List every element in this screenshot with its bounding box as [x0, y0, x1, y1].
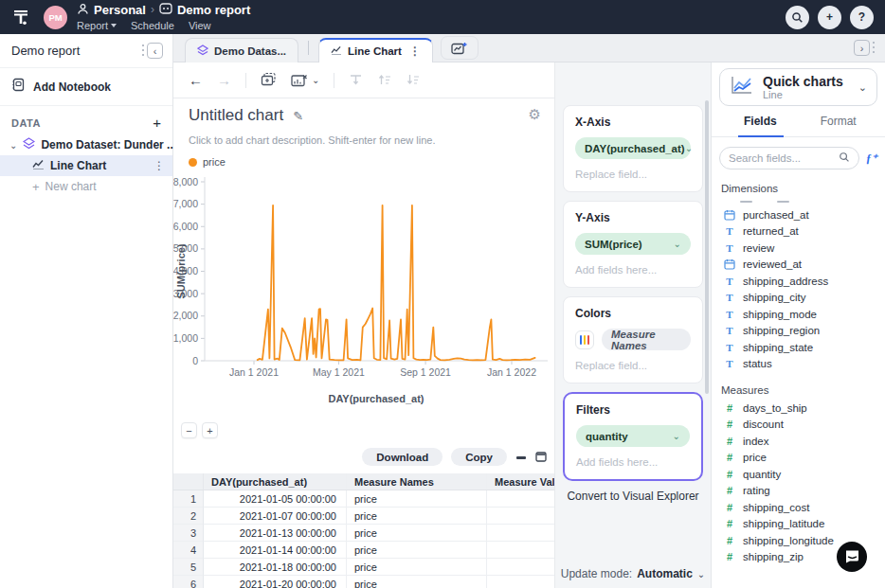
colors-replace-field[interactable]: Replace field...: [575, 360, 691, 371]
zoom-out-button[interactable]: −: [181, 422, 197, 438]
x-axis-replace-field[interactable]: Replace field...: [575, 169, 691, 180]
results-table[interactable]: DAY(purchased_at) Measure Names Measure …: [173, 473, 554, 588]
field-item-quantity[interactable]: #quantity: [712, 466, 885, 483]
new-chart-button[interactable]: + New chart: [0, 176, 172, 197]
remove-chart-button[interactable]: ⌄: [291, 74, 319, 87]
undo-button[interactable]: ←: [189, 73, 203, 87]
search-fields-input[interactable]: Search fields...: [719, 147, 859, 169]
field-item-shipping_cost[interactable]: #shipping_cost: [712, 499, 885, 516]
kebab-icon[interactable]: ⋮: [409, 45, 421, 58]
topbar-actions: + ?: [786, 6, 874, 29]
column-header-measure-value[interactable]: Measure Value: [486, 473, 554, 490]
breadcrumb: Personal › Demo report Report Schedule V…: [77, 3, 250, 31]
field-item-shipping_city[interactable]: Tshipping_city: [712, 290, 885, 307]
collapse-sidebar-button[interactable]: ‹: [147, 43, 163, 59]
field-item-shipping_state[interactable]: Tshipping_state: [712, 339, 885, 356]
sort-ascending-button[interactable]: [377, 73, 391, 88]
table-row[interactable]: 62021-01-20 00:00:00price: [173, 576, 554, 588]
field-item-price[interactable]: #price: [712, 450, 885, 467]
left-sidebar: Demo report ‹ Add Notebook DATA + ⌄: [0, 34, 173, 588]
table-cell: [486, 559, 554, 576]
table-row[interactable]: 42021-01-14 00:00:00price: [173, 542, 554, 559]
table-header-row: DAY(purchased_at) Measure Names Measure …: [173, 473, 554, 490]
table-row[interactable]: 22021-01-07 00:00:00price: [173, 508, 554, 525]
convert-to-visual-explorer-button[interactable]: Convert to Visual Explorer: [563, 490, 703, 503]
tab-line-chart[interactable]: Line Chart ⋮: [318, 38, 433, 62]
breadcrumb-page[interactable]: Demo report: [177, 4, 250, 17]
svg-text:8,000: 8,000: [173, 176, 198, 187]
field-item-discount[interactable]: #discount: [712, 417, 885, 434]
field-item-days_to_ship[interactable]: #days_to_ship: [712, 400, 885, 417]
field-item-rating[interactable]: #rating: [712, 483, 885, 500]
new-chart-tab-button[interactable]: [441, 36, 479, 60]
chart-description-placeholder[interactable]: Click to add chart description. Shift-en…: [189, 134, 435, 146]
kebab-icon[interactable]: ⋮: [154, 159, 165, 172]
field-item-shipping_mode[interactable]: Tshipping_mode: [712, 306, 885, 323]
x-axis-card: X-Axis DAY(purchased_at) ⌄ Replace field…: [563, 105, 703, 192]
x-axis-label: X-Axis: [575, 116, 691, 129]
chart-title[interactable]: Untitled chart: [189, 106, 283, 125]
number-type-icon: #: [724, 518, 735, 529]
chat-support-button[interactable]: [837, 542, 867, 572]
tab-dataset[interactable]: Demo Datas...: [185, 38, 298, 62]
quick-charts-selector[interactable]: Quick charts Line ⌄: [719, 68, 877, 106]
chevron-down-icon: ⌄: [673, 431, 680, 441]
add-button[interactable]: +: [818, 6, 841, 29]
chevron-down-icon[interactable]: ⌄: [9, 140, 17, 151]
expand-results-icon[interactable]: [535, 452, 547, 462]
menu-schedule[interactable]: Schedule: [131, 20, 174, 31]
redo-button[interactable]: →: [217, 73, 231, 87]
field-item-purchased_at[interactable]: purchased_at: [712, 206, 885, 223]
table-row[interactable]: 52021-01-18 00:00:00price: [173, 559, 554, 576]
field-item-returned_at[interactable]: Treturned_at: [712, 223, 885, 241]
sidebar-item-line-chart[interactable]: Line Chart ⋮: [0, 155, 172, 176]
breadcrumb-workspace[interactable]: Personal: [94, 4, 146, 17]
filters-add-fields[interactable]: Add fields here...: [576, 456, 690, 468]
column-header-date[interactable]: DAY(purchased_at): [204, 473, 346, 490]
move-field-button[interactable]: [349, 73, 363, 88]
add-data-button[interactable]: +: [153, 118, 161, 128]
table-row[interactable]: 32021-01-13 00:00:00price: [173, 525, 554, 542]
avatar[interactable]: PM: [44, 6, 67, 29]
table-cell: 2021-01-05 00:00:00: [204, 490, 346, 508]
field-item-reviewed_at[interactable]: reviewed_at: [712, 257, 885, 274]
config-scrollbar[interactable]: [705, 100, 709, 394]
field-item-review[interactable]: Treview: [712, 240, 885, 257]
search-button[interactable]: [786, 6, 809, 29]
field-item-status[interactable]: Tstatus: [712, 356, 885, 373]
field-item-shipping_address[interactable]: Tshipping_address: [712, 273, 885, 290]
tab-format[interactable]: Format: [821, 115, 857, 128]
field-item-shipping_region[interactable]: Tshipping_region: [712, 323, 885, 340]
edit-title-icon[interactable]: ✎: [293, 109, 303, 123]
add-formula-button[interactable]: ƒ⁺: [866, 151, 877, 166]
x-axis-field-pill[interactable]: DAY(purchased_at) ⌄: [575, 137, 691, 159]
update-mode-select[interactable]: Automatic: [637, 567, 693, 580]
colors-field-pill[interactable]: Measure Names: [602, 329, 691, 350]
minimize-results-icon[interactable]: [515, 453, 527, 462]
download-button[interactable]: Download: [362, 448, 442, 466]
zoom-in-button[interactable]: +: [202, 422, 218, 438]
field-item-index[interactable]: #index: [712, 433, 885, 450]
y-axis-add-fields[interactable]: Add fields here...: [575, 264, 691, 276]
menu-view[interactable]: View: [189, 20, 211, 31]
chart-settings-gear-icon[interactable]: ⚙: [529, 106, 541, 123]
line-chart[interactable]: Jan 1 2022Sep 1 2021May 1 2021Jan 1 2021…: [173, 172, 554, 420]
collapse-right-panel-button[interactable]: ›: [854, 40, 870, 56]
field-item-shipping_latitude[interactable]: #shipping_latitude: [712, 516, 885, 533]
filters-field-pill[interactable]: quantity ⌄: [576, 425, 690, 447]
menu-report[interactable]: Report: [77, 20, 117, 31]
dataset-tree-item[interactable]: ⌄ Demo Dataset: Dunder ...: [0, 134, 172, 155]
table-row[interactable]: 12021-01-05 00:00:00price: [173, 490, 554, 508]
price-series-line[interactable]: [258, 205, 535, 360]
app-logo-icon[interactable]: [11, 8, 30, 27]
copy-button[interactable]: Copy: [451, 448, 507, 466]
tab-fields[interactable]: Fields: [744, 115, 777, 128]
y-axis-field-pill[interactable]: SUM(price) ⌄: [575, 233, 691, 255]
number-type-icon: #: [724, 535, 735, 546]
add-notebook-button[interactable]: Add Notebook: [0, 68, 172, 106]
help-button[interactable]: ?: [850, 6, 874, 29]
sort-descending-button[interactable]: [406, 73, 420, 88]
duplicate-chart-button[interactable]: [261, 72, 277, 88]
column-header-measure-names[interactable]: Measure Names: [346, 473, 486, 490]
chart-legend[interactable]: price: [189, 156, 226, 168]
